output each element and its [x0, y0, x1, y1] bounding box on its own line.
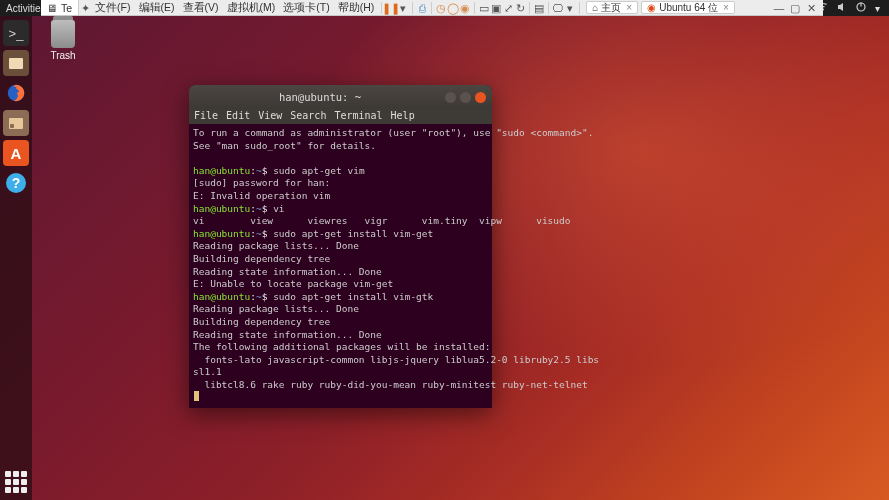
nav-vm-pill[interactable]: ◉ Ubuntu 64 位 × — [641, 1, 735, 14]
pill-label: 主页 — [601, 1, 621, 15]
vmware-menu-item[interactable]: 选项卡(T) — [279, 1, 333, 15]
activities-button[interactable]: Activities — [6, 3, 45, 14]
nav-home-pill[interactable]: ⌂ 主页 × — [586, 1, 638, 14]
ubuntu-dock: >_ A ? — [0, 16, 32, 500]
desktop: 🖥 Te ✦ 文件(F)编辑(E)查看(V)虚拟机(M)选项卡(T)帮助(H) … — [0, 0, 889, 500]
separator — [548, 2, 549, 14]
ubuntu-icon: ◉ — [647, 2, 656, 13]
monitor-icon: 🖥 — [47, 2, 58, 14]
pause-icon[interactable]: ❚❚ — [385, 2, 397, 14]
vmware-toolbar: 🖥 Te ✦ 文件(F)编辑(E)查看(V)虚拟机(M)选项卡(T)帮助(H) … — [41, 0, 823, 16]
pill-label: Ubuntu 64 位 — [659, 1, 718, 15]
terminal-menu-item[interactable]: View — [258, 110, 282, 123]
vmware-menu-item[interactable]: 帮助(H) — [334, 1, 379, 15]
terminal-menu-item[interactable]: File — [194, 110, 218, 123]
dock-files[interactable] — [3, 110, 29, 136]
terminal-window: han@ubuntu: ~ FileEditViewSearchTerminal… — [189, 85, 492, 408]
trash-label: Trash — [50, 50, 75, 61]
dropdown-icon[interactable]: ▾ — [397, 2, 409, 14]
desktop-trash[interactable]: Trash — [48, 20, 78, 61]
terminal-body[interactable]: To run a command as administrator (user … — [189, 124, 492, 408]
terminal-menu-item[interactable]: Edit — [226, 110, 250, 123]
separator — [529, 2, 530, 14]
dock-software[interactable]: A — [3, 140, 29, 166]
separator — [412, 2, 413, 14]
unity-icon[interactable]: ▣ — [490, 2, 502, 14]
home-icon: ⌂ — [592, 2, 598, 13]
manage-icon[interactable]: ◉ — [459, 2, 471, 14]
vmware-menu-item[interactable]: 编辑(E) — [135, 1, 179, 15]
display-icon[interactable]: 🖵 — [552, 2, 564, 14]
vmware-menu-item[interactable]: 虚拟机(M) — [223, 1, 280, 15]
terminal-titlebar[interactable]: han@ubuntu: ~ — [189, 85, 492, 109]
terminal-menu-item[interactable]: Search — [290, 110, 326, 123]
terminal-title: han@ubuntu: ~ — [195, 91, 445, 104]
terminal-menu-item[interactable]: Terminal — [334, 110, 382, 123]
vmware-tab[interactable]: 🖥 Te — [41, 0, 79, 15]
terminal-menubar: FileEditViewSearchTerminalHelp — [189, 109, 492, 124]
clock-icon[interactable]: ◷ — [435, 2, 447, 14]
star-icon[interactable]: ✦ — [79, 2, 91, 14]
revert-icon[interactable]: ◯ — [447, 2, 459, 14]
svg-text:?: ? — [12, 175, 21, 191]
show-applications[interactable] — [5, 471, 27, 493]
trash-icon — [51, 20, 75, 48]
chevron-down-icon[interactable]: ▾ — [875, 3, 880, 14]
vmware-menu-item[interactable]: 文件(F) — [91, 1, 134, 15]
vmware-menu-item[interactable]: 查看(V) — [179, 1, 223, 15]
power-icon[interactable] — [856, 2, 866, 14]
svg-rect-2 — [860, 3, 861, 7]
snapshot-icon[interactable]: ⎙ — [416, 2, 428, 14]
separator — [579, 2, 580, 14]
vmware-tab-label: Te — [61, 2, 72, 14]
separator — [474, 2, 475, 14]
close-icon[interactable]: × — [723, 2, 729, 13]
dock-nautilus[interactable] — [3, 50, 29, 76]
dropdown-icon[interactable]: ▾ — [564, 2, 576, 14]
volume-icon[interactable] — [837, 2, 847, 14]
dock-terminal[interactable]: >_ — [3, 20, 29, 46]
fullscreen-icon[interactable]: ⤢ — [502, 2, 514, 14]
fit-icon[interactable]: ▭ — [478, 2, 490, 14]
terminal-menu-item[interactable]: Help — [391, 110, 415, 123]
close-icon[interactable]: ✕ — [805, 3, 817, 13]
dock-help[interactable]: ? — [3, 170, 29, 196]
library-icon[interactable]: ▤ — [533, 2, 545, 14]
cycle-icon[interactable]: ↻ — [514, 2, 526, 14]
maximize-button[interactable] — [460, 92, 471, 103]
separator — [431, 2, 432, 14]
maximize-icon[interactable]: ▢ — [789, 3, 801, 13]
close-button[interactable] — [475, 92, 486, 103]
close-icon[interactable]: × — [626, 2, 632, 13]
minimize-button[interactable] — [445, 92, 456, 103]
dock-firefox[interactable] — [3, 80, 29, 106]
minimize-icon[interactable]: — — [773, 3, 785, 13]
